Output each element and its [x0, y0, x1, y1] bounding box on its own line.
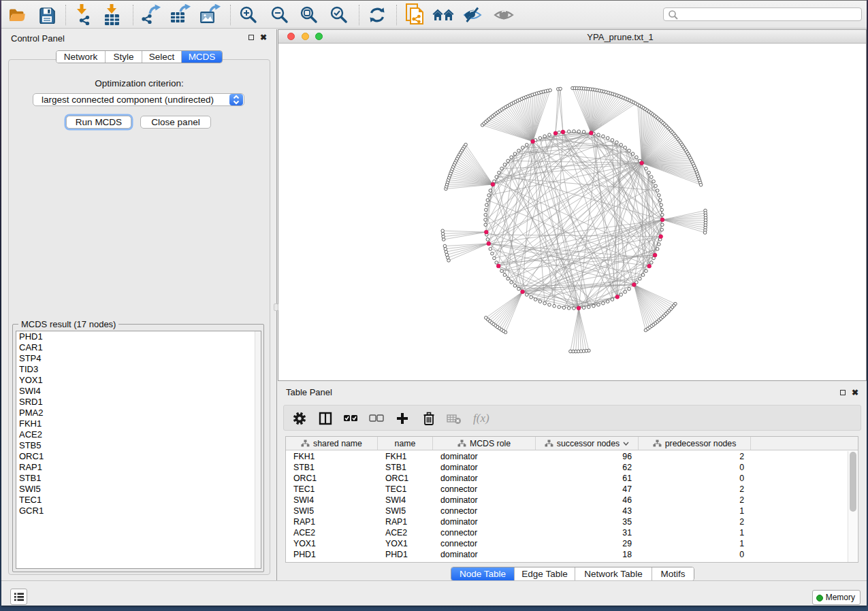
svg-text:f(x): f(x) [473, 412, 489, 425]
